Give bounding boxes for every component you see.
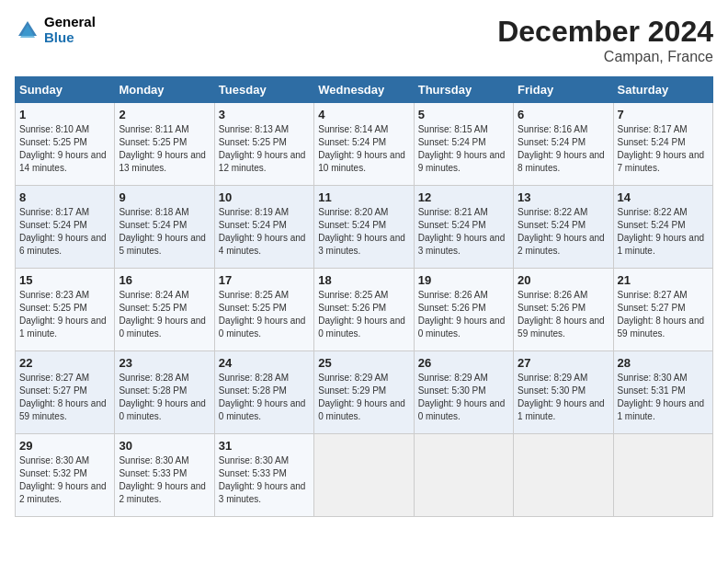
cell-info: Sunrise: 8:27 AMSunset: 5:27 PMDaylight:… bbox=[618, 289, 709, 340]
calendar-cell: 5Sunrise: 8:15 AMSunset: 5:24 PMDaylight… bbox=[414, 103, 513, 186]
calendar-cell: 19Sunrise: 8:26 AMSunset: 5:26 PMDayligh… bbox=[414, 269, 513, 351]
day-number: 24 bbox=[219, 356, 310, 370]
day-number: 30 bbox=[119, 439, 210, 453]
header: General Blue December 2024 Campan, Franc… bbox=[15, 15, 713, 65]
cell-info: Sunrise: 8:11 AMSunset: 5:25 PMDaylight:… bbox=[119, 123, 210, 175]
day-number: 29 bbox=[19, 439, 110, 453]
cell-info: Sunrise: 8:22 AMSunset: 5:24 PMDaylight:… bbox=[618, 206, 709, 258]
calendar-cell: 25Sunrise: 8:29 AMSunset: 5:29 PMDayligh… bbox=[314, 351, 414, 434]
day-number: 18 bbox=[318, 273, 409, 287]
calendar-cell: 6Sunrise: 8:16 AMSunset: 5:24 PMDaylight… bbox=[514, 103, 613, 186]
calendar-cell: 2Sunrise: 8:11 AMSunset: 5:25 PMDaylight… bbox=[115, 103, 214, 186]
calendar-table: Sunday Monday Tuesday Wednesday Thursday… bbox=[15, 76, 713, 517]
calendar-cell: 7Sunrise: 8:17 AMSunset: 5:24 PMDaylight… bbox=[613, 103, 712, 186]
header-sunday: Sunday bbox=[16, 77, 115, 103]
cell-info: Sunrise: 8:30 AMSunset: 5:33 PMDaylight:… bbox=[219, 454, 310, 506]
day-number: 4 bbox=[318, 108, 409, 121]
calendar-week-row: 22Sunrise: 8:27 AMSunset: 5:27 PMDayligh… bbox=[16, 351, 713, 434]
header-wednesday: Wednesday bbox=[314, 77, 414, 103]
day-number: 17 bbox=[219, 273, 310, 287]
day-number: 2 bbox=[119, 108, 210, 121]
day-number: 8 bbox=[19, 190, 110, 204]
calendar-cell: 8Sunrise: 8:17 AMSunset: 5:24 PMDaylight… bbox=[16, 186, 115, 269]
cell-info: Sunrise: 8:27 AMSunset: 5:27 PMDaylight:… bbox=[19, 372, 110, 423]
day-number: 23 bbox=[119, 356, 210, 370]
calendar-week-row: 8Sunrise: 8:17 AMSunset: 5:24 PMDaylight… bbox=[16, 186, 713, 269]
calendar-week-row: 29Sunrise: 8:30 AMSunset: 5:32 PMDayligh… bbox=[16, 434, 713, 517]
day-number: 26 bbox=[418, 356, 509, 370]
day-number: 25 bbox=[318, 356, 409, 370]
cell-info: Sunrise: 8:17 AMSunset: 5:24 PMDaylight:… bbox=[618, 123, 709, 175]
cell-info: Sunrise: 8:17 AMSunset: 5:24 PMDaylight:… bbox=[19, 206, 110, 258]
cell-info: Sunrise: 8:22 AMSunset: 5:24 PMDaylight:… bbox=[518, 206, 609, 258]
day-number: 31 bbox=[219, 439, 310, 453]
location: Campan, France bbox=[497, 49, 713, 65]
calendar-cell: 15Sunrise: 8:23 AMSunset: 5:25 PMDayligh… bbox=[16, 269, 115, 351]
cell-info: Sunrise: 8:26 AMSunset: 5:26 PMDaylight:… bbox=[418, 289, 509, 340]
day-number: 10 bbox=[219, 190, 310, 204]
cell-info: Sunrise: 8:26 AMSunset: 5:26 PMDaylight:… bbox=[518, 289, 609, 340]
calendar-cell: 29Sunrise: 8:30 AMSunset: 5:32 PMDayligh… bbox=[16, 434, 115, 517]
calendar-cell: 3Sunrise: 8:13 AMSunset: 5:25 PMDaylight… bbox=[214, 103, 313, 186]
calendar-header-row: Sunday Monday Tuesday Wednesday Thursday… bbox=[16, 77, 713, 103]
day-number: 22 bbox=[19, 356, 110, 370]
calendar-cell bbox=[414, 434, 513, 517]
calendar-week-row: 15Sunrise: 8:23 AMSunset: 5:25 PMDayligh… bbox=[16, 269, 713, 351]
title-area: December 2024 Campan, France bbox=[497, 15, 713, 65]
cell-info: Sunrise: 8:30 AMSunset: 5:33 PMDaylight:… bbox=[119, 454, 210, 506]
cell-info: Sunrise: 8:15 AMSunset: 5:24 PMDaylight:… bbox=[418, 123, 509, 175]
calendar-cell: 20Sunrise: 8:26 AMSunset: 5:26 PMDayligh… bbox=[514, 269, 613, 351]
day-number: 15 bbox=[19, 273, 110, 287]
cell-info: Sunrise: 8:29 AMSunset: 5:30 PMDaylight:… bbox=[518, 372, 609, 423]
header-monday: Monday bbox=[115, 77, 214, 103]
day-number: 9 bbox=[119, 190, 210, 204]
day-number: 14 bbox=[618, 190, 709, 204]
calendar-cell: 14Sunrise: 8:22 AMSunset: 5:24 PMDayligh… bbox=[613, 186, 712, 269]
calendar-cell: 9Sunrise: 8:18 AMSunset: 5:24 PMDaylight… bbox=[115, 186, 214, 269]
cell-info: Sunrise: 8:29 AMSunset: 5:30 PMDaylight:… bbox=[418, 372, 509, 423]
day-number: 1 bbox=[19, 108, 110, 121]
cell-info: Sunrise: 8:13 AMSunset: 5:25 PMDaylight:… bbox=[219, 123, 310, 175]
calendar-cell: 27Sunrise: 8:29 AMSunset: 5:30 PMDayligh… bbox=[514, 351, 613, 434]
logo-text: General Blue bbox=[44, 15, 96, 45]
cell-info: Sunrise: 8:30 AMSunset: 5:31 PMDaylight:… bbox=[618, 372, 709, 423]
calendar-cell: 18Sunrise: 8:25 AMSunset: 5:26 PMDayligh… bbox=[314, 269, 414, 351]
header-thursday: Thursday bbox=[414, 77, 513, 103]
cell-info: Sunrise: 8:24 AMSunset: 5:25 PMDaylight:… bbox=[119, 289, 210, 340]
day-number: 20 bbox=[518, 273, 609, 287]
day-number: 12 bbox=[418, 190, 509, 204]
calendar-cell: 12Sunrise: 8:21 AMSunset: 5:24 PMDayligh… bbox=[414, 186, 513, 269]
cell-info: Sunrise: 8:20 AMSunset: 5:24 PMDaylight:… bbox=[318, 206, 409, 258]
day-number: 3 bbox=[219, 108, 310, 121]
calendar-cell: 4Sunrise: 8:14 AMSunset: 5:24 PMDaylight… bbox=[314, 103, 414, 186]
calendar-cell: 17Sunrise: 8:25 AMSunset: 5:25 PMDayligh… bbox=[214, 269, 313, 351]
day-number: 28 bbox=[618, 356, 709, 370]
cell-info: Sunrise: 8:19 AMSunset: 5:24 PMDaylight:… bbox=[219, 206, 310, 258]
cell-info: Sunrise: 8:29 AMSunset: 5:29 PMDaylight:… bbox=[318, 372, 409, 423]
cell-info: Sunrise: 8:30 AMSunset: 5:32 PMDaylight:… bbox=[19, 454, 110, 506]
header-friday: Friday bbox=[514, 77, 613, 103]
logo: General Blue bbox=[15, 15, 96, 45]
calendar-week-row: 1Sunrise: 8:10 AMSunset: 5:25 PMDaylight… bbox=[16, 103, 713, 186]
day-number: 5 bbox=[418, 108, 509, 121]
calendar-cell bbox=[514, 434, 613, 517]
calendar-cell: 26Sunrise: 8:29 AMSunset: 5:30 PMDayligh… bbox=[414, 351, 513, 434]
calendar-cell: 30Sunrise: 8:30 AMSunset: 5:33 PMDayligh… bbox=[115, 434, 214, 517]
calendar-cell bbox=[314, 434, 414, 517]
cell-info: Sunrise: 8:25 AMSunset: 5:25 PMDaylight:… bbox=[219, 289, 310, 340]
logo-icon bbox=[15, 17, 40, 43]
day-number: 27 bbox=[518, 356, 609, 370]
calendar-cell: 28Sunrise: 8:30 AMSunset: 5:31 PMDayligh… bbox=[613, 351, 712, 434]
calendar-cell: 22Sunrise: 8:27 AMSunset: 5:27 PMDayligh… bbox=[16, 351, 115, 434]
month-year: December 2024 bbox=[497, 15, 713, 49]
calendar-cell bbox=[613, 434, 712, 517]
day-number: 6 bbox=[518, 108, 609, 121]
day-number: 13 bbox=[518, 190, 609, 204]
calendar-cell: 1Sunrise: 8:10 AMSunset: 5:25 PMDaylight… bbox=[16, 103, 115, 186]
cell-info: Sunrise: 8:21 AMSunset: 5:24 PMDaylight:… bbox=[418, 206, 509, 258]
calendar-cell: 10Sunrise: 8:19 AMSunset: 5:24 PMDayligh… bbox=[214, 186, 313, 269]
cell-info: Sunrise: 8:23 AMSunset: 5:25 PMDaylight:… bbox=[19, 289, 110, 340]
calendar-cell: 21Sunrise: 8:27 AMSunset: 5:27 PMDayligh… bbox=[613, 269, 712, 351]
calendar-cell: 23Sunrise: 8:28 AMSunset: 5:28 PMDayligh… bbox=[115, 351, 214, 434]
cell-info: Sunrise: 8:25 AMSunset: 5:26 PMDaylight:… bbox=[318, 289, 409, 340]
